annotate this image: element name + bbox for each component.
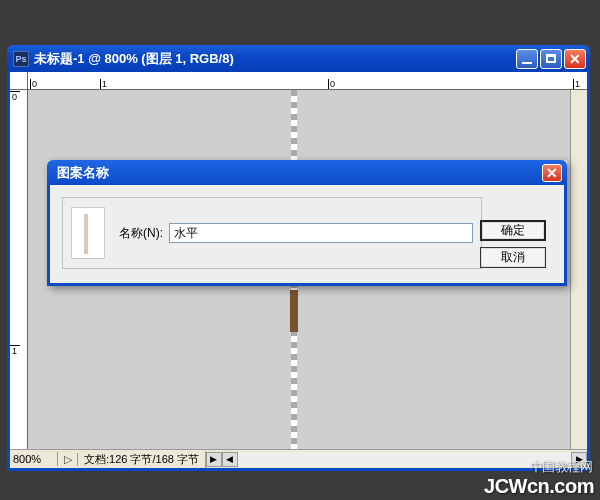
minimize-icon (522, 62, 532, 64)
zoom-field[interactable]: 800% (10, 452, 58, 466)
ruler-vtick-label: 1 (12, 346, 17, 356)
window-title: 未标题-1 @ 800% (图层 1, RGB/8) (34, 50, 516, 68)
ruler-corner (10, 72, 28, 90)
ruler-tick-label: 1 (575, 79, 580, 89)
scroll-left-arrow[interactable]: ◀ (222, 452, 238, 467)
watermark: 中国教程网 JCWcn.com (484, 475, 594, 498)
watermark-cn: 中国教程网 (530, 458, 593, 476)
watermark-en: JCWcn.com (484, 475, 594, 497)
name-input[interactable] (169, 223, 473, 243)
ruler-tick-label: 0 (330, 79, 335, 89)
doc-size: 文档:126 字节/168 字节 (78, 451, 206, 468)
vertical-scrollbar[interactable] (570, 90, 587, 449)
app-icon: Ps (13, 51, 29, 67)
ruler-vertical: 0 1 (10, 90, 28, 449)
canvas-object (290, 290, 298, 332)
statusbar: 800% ▷ 文档:126 字节/168 字节 ▶ ◀ ▶ (10, 449, 587, 468)
dialog-title: 图案名称 (57, 164, 542, 182)
ruler-vtick-label: 0 (12, 92, 17, 102)
minimize-button[interactable] (516, 49, 538, 69)
close-icon: ✕ (546, 166, 558, 180)
ruler-tick-label: 1 (102, 79, 107, 89)
pattern-name-dialog: 图案名称 ✕ 名称(N): 确定 取消 (47, 160, 567, 286)
ruler-tick-label: 0 (32, 79, 37, 89)
pattern-thumbnail (71, 207, 105, 259)
maximize-button[interactable] (540, 49, 562, 69)
horizontal-scrollbar[interactable] (238, 452, 571, 467)
dialog-titlebar: 图案名称 ✕ (47, 160, 567, 185)
ok-button[interactable]: 确定 (480, 220, 546, 241)
close-icon: ✕ (569, 52, 581, 66)
dialog-close-button[interactable]: ✕ (542, 164, 562, 182)
ruler-horizontal: 0 1 0 1 (10, 72, 587, 90)
maximize-icon (546, 54, 556, 63)
titlebar: Ps 未标题-1 @ 800% (图层 1, RGB/8) ✕ (7, 45, 590, 72)
name-label: 名称(N): (119, 225, 163, 242)
cancel-button[interactable]: 取消 (480, 247, 546, 268)
scroll-right-icon[interactable]: ▶ (206, 452, 222, 467)
close-button[interactable]: ✕ (564, 49, 586, 69)
play-icon[interactable]: ▷ (58, 453, 78, 466)
